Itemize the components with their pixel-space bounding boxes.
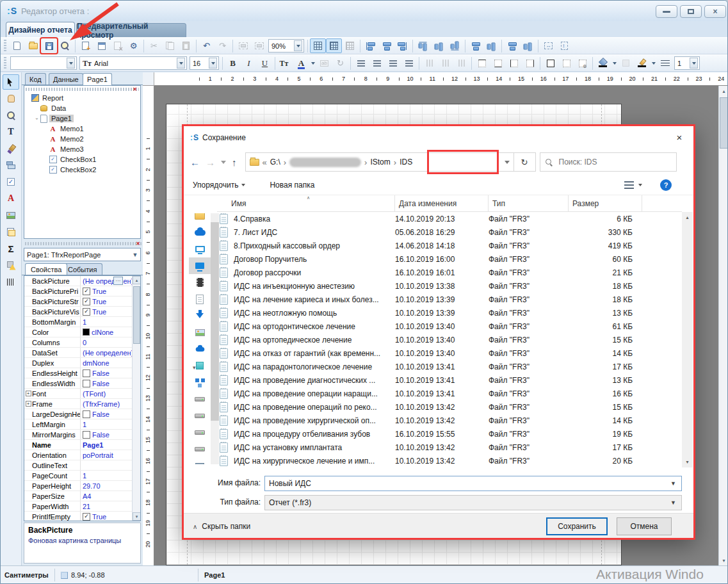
expand-icon[interactable]: + bbox=[26, 391, 31, 396]
select-tool[interactable] bbox=[3, 74, 19, 90]
tree-item[interactable]: Data bbox=[24, 103, 140, 113]
font-select[interactable]: Tт Arial bbox=[79, 56, 187, 70]
barcode-object-button[interactable] bbox=[3, 274, 19, 289]
toolbar-item[interactable] bbox=[232, 40, 233, 53]
toolbar-item[interactable] bbox=[350, 57, 351, 70]
property-row[interactable]: Color clNone ··· bbox=[24, 327, 132, 337]
breadcrumb-root[interactable]: G:\ bbox=[270, 158, 280, 166]
aggregate-object-button[interactable]: Σ bbox=[3, 241, 19, 256]
align-text-right-button[interactable] bbox=[385, 56, 401, 70]
same-height-button[interactable] bbox=[556, 38, 572, 53]
sidebar-place[interactable] bbox=[189, 224, 211, 241]
center-horizontally-button[interactable] bbox=[504, 38, 520, 53]
scrollbar-thumb[interactable] bbox=[720, 97, 728, 149]
toolbar-item[interactable] bbox=[592, 57, 593, 70]
insert-band-button[interactable] bbox=[3, 158, 19, 173]
fill-color-dropdown[interactable] bbox=[611, 56, 618, 70]
property-grid-scrollbar[interactable]: ▴ ▾ bbox=[132, 276, 140, 521]
tab-report-designer[interactable]: Дизайнер отчета bbox=[6, 22, 75, 37]
align-tops-button[interactable] bbox=[415, 38, 431, 53]
property-row[interactable]: OutlineText ··· bbox=[24, 460, 132, 471]
property-row[interactable]: Columns 0 ··· bbox=[24, 337, 132, 348]
column-name[interactable]: Имя bbox=[217, 195, 395, 212]
text-vertical-center-button[interactable] bbox=[437, 56, 453, 70]
maximize-button[interactable] bbox=[680, 5, 702, 18]
property-row[interactable]: BottomMargin 1 ··· bbox=[24, 317, 132, 327]
dropdown-arrow-icon[interactable] bbox=[177, 58, 185, 69]
file-row[interactable]: 8.Приходный кассовый ордер 14.06.2018 14… bbox=[217, 239, 682, 252]
align-text-left-button[interactable] bbox=[353, 56, 369, 70]
toolbar-item[interactable] bbox=[360, 40, 360, 53]
toolbar-item[interactable] bbox=[501, 40, 502, 53]
hand-tool[interactable] bbox=[3, 91, 19, 106]
preview-button[interactable] bbox=[57, 38, 73, 53]
sidebar-place[interactable] bbox=[189, 241, 211, 257]
file-row[interactable]: ИДС на отказ от гарантий (как временн...… bbox=[217, 346, 682, 360]
fill-none-button[interactable] bbox=[618, 56, 634, 70]
file-row[interactable]: ИДС на проведение хирургической оп... 10… bbox=[217, 414, 682, 427]
align-lefts-button[interactable] bbox=[362, 38, 378, 53]
column-size[interactable]: Размер bbox=[569, 195, 642, 212]
property-row[interactable]: BackPicture (Не определен) ··· bbox=[24, 276, 132, 286]
tree-item[interactable]: CheckBox1 bbox=[24, 154, 140, 165]
text-vertical-top-button[interactable] bbox=[421, 56, 437, 70]
sidebar-scroll-down-icon[interactable]: ▾ bbox=[193, 364, 196, 371]
panel-drag-handle[interactable]: ✕ bbox=[26, 86, 139, 92]
file-row[interactable]: Договор рассрочки 16.10.2019 16:01 Файл … bbox=[217, 266, 682, 279]
toolbar-item[interactable] bbox=[222, 57, 223, 70]
tab-data[interactable]: Данные bbox=[49, 73, 83, 85]
file-row[interactable]: ИДС на парадонтологическое лечение 10.10… bbox=[217, 360, 682, 373]
tab-page1[interactable]: Page1 bbox=[83, 73, 112, 85]
snap-to-grid-toggle[interactable] bbox=[326, 38, 342, 53]
file-row[interactable]: ИДС на ортопедическое лечение 10.10.2019… bbox=[217, 333, 682, 346]
scroll-down-icon[interactable]: ▾ bbox=[719, 555, 728, 565]
tab-code[interactable]: Код bbox=[25, 73, 46, 85]
font-size-select[interactable]: 16 bbox=[190, 56, 219, 70]
toolbar-item[interactable] bbox=[471, 57, 472, 70]
line-style-button[interactable] bbox=[657, 56, 673, 70]
frame-edit-button[interactable] bbox=[574, 56, 590, 70]
property-row[interactable]: LeftMargin 1 ··· bbox=[24, 419, 132, 430]
dropdown-arrow-icon[interactable] bbox=[690, 58, 698, 69]
scroll-up-icon[interactable]: ▴ bbox=[719, 86, 728, 96]
file-row[interactable]: ИДС на хирургическое лечение и имп... 10… bbox=[217, 454, 682, 467]
view-mode-icon[interactable] bbox=[624, 181, 634, 189]
tree-item[interactable]: Memo1 bbox=[24, 124, 140, 134]
center-vertically-button[interactable] bbox=[520, 38, 536, 53]
property-row[interactable]: Name Page1 ··· bbox=[24, 440, 132, 450]
copy-button[interactable] bbox=[162, 38, 178, 53]
search-box[interactable] bbox=[540, 152, 677, 172]
align-rights-button[interactable] bbox=[394, 38, 410, 53]
font-color-button[interactable]: A bbox=[293, 56, 309, 70]
line-width-select[interactable]: 1 bbox=[674, 56, 700, 70]
panel-close-icon[interactable]: ✕ bbox=[131, 86, 138, 92]
property-row[interactable]: PaperSize A4 ··· bbox=[24, 491, 132, 501]
column-type[interactable]: Тип bbox=[489, 195, 569, 212]
frame-all-button[interactable] bbox=[542, 56, 558, 70]
toolbar-item[interactable] bbox=[307, 40, 308, 53]
hide-folders-button[interactable]: ∧Скрыть папки bbox=[193, 522, 250, 531]
space-vertically-button[interactable] bbox=[483, 38, 499, 53]
property-row[interactable]: PageCount 1 ··· bbox=[24, 471, 132, 481]
sidebar-place[interactable] bbox=[189, 457, 211, 464]
frame-none-button[interactable] bbox=[558, 56, 574, 70]
property-row[interactable]: EndlessWidth False ··· bbox=[24, 378, 132, 389]
scroll-down-icon[interactable]: ▾ bbox=[133, 512, 141, 521]
picture-object-button[interactable] bbox=[3, 207, 19, 223]
sidebar-place[interactable] bbox=[189, 341, 211, 357]
file-row[interactable]: ИДС на проведение диагностических ... 10… bbox=[217, 373, 682, 387]
file-row[interactable]: 4.Справка 14.10.2019 20:13 Файл "FR3" 6 … bbox=[217, 212, 682, 225]
property-row[interactable]: PrintIfEmpty True ··· bbox=[24, 512, 132, 521]
up-button[interactable]: ↑ bbox=[232, 157, 237, 168]
scroll-up-icon[interactable]: ▴ bbox=[133, 276, 141, 284]
toolbar-item[interactable] bbox=[4, 40, 6, 53]
scrollbar-thumb[interactable] bbox=[133, 286, 140, 344]
column-date[interactable]: Дата изменения bbox=[395, 195, 489, 212]
rotate-button[interactable]: ↻ bbox=[332, 56, 348, 70]
dropdown-arrow-icon[interactable] bbox=[67, 58, 75, 69]
tree-item[interactable]: CheckBox2 bbox=[24, 165, 140, 175]
italic-button[interactable]: I bbox=[241, 56, 257, 70]
scroll-up-icon[interactable]: ▴ bbox=[682, 212, 693, 223]
align-text-center-button[interactable] bbox=[369, 56, 385, 70]
ole-object-button[interactable] bbox=[3, 257, 19, 273]
